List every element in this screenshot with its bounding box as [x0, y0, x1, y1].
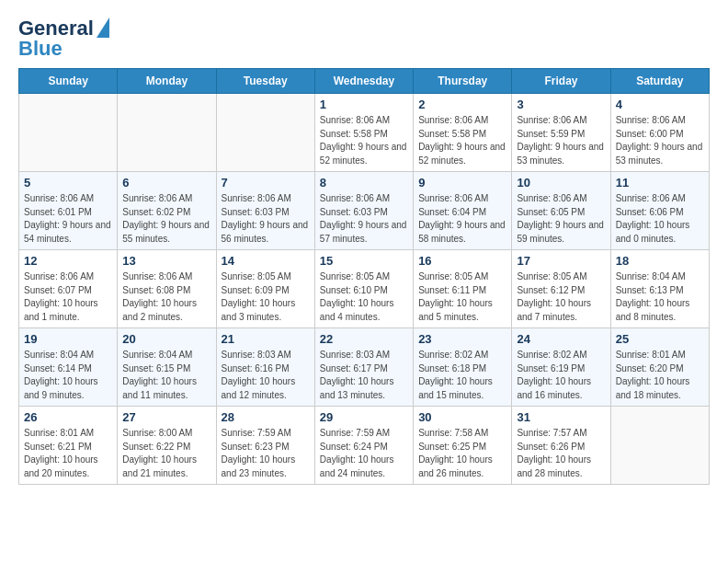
day-info: Sunrise: 8:06 AM Sunset: 5:58 PM Dayligh… — [418, 114, 506, 167]
calendar-cell — [216, 94, 314, 172]
day-info: Sunrise: 8:01 AM Sunset: 6:20 PM Dayligh… — [616, 349, 704, 402]
day-number: 1 — [320, 98, 408, 111]
day-number: 22 — [320, 332, 408, 346]
calendar-cell: 4Sunrise: 8:06 AM Sunset: 6:00 PM Daylig… — [610, 94, 709, 172]
calendar-cell: 21Sunrise: 8:03 AM Sunset: 6:16 PM Dayli… — [216, 328, 314, 407]
calendar-cell: 7Sunrise: 8:06 AM Sunset: 6:03 PM Daylig… — [216, 172, 314, 250]
calendar-cell: 22Sunrise: 8:03 AM Sunset: 6:17 PM Dayli… — [314, 328, 413, 407]
day-header-sunday: Sunday — [19, 69, 118, 94]
day-number: 4 — [616, 98, 704, 111]
calendar-header-row: SundayMondayTuesdayWednesdayThursdayFrid… — [19, 69, 710, 94]
day-info: Sunrise: 8:06 AM Sunset: 5:59 PM Dayligh… — [517, 114, 605, 167]
day-number: 5 — [24, 176, 112, 190]
day-number: 27 — [122, 410, 210, 424]
calendar-cell: 16Sunrise: 8:05 AM Sunset: 6:11 PM Dayli… — [414, 250, 512, 328]
calendar-cell: 25Sunrise: 8:01 AM Sunset: 6:20 PM Dayli… — [610, 328, 709, 407]
calendar-cell: 17Sunrise: 8:05 AM Sunset: 6:12 PM Dayli… — [512, 250, 610, 328]
calendar-cell: 28Sunrise: 7:59 AM Sunset: 6:23 PM Dayli… — [216, 407, 314, 485]
day-number: 6 — [122, 176, 210, 190]
day-info: Sunrise: 8:06 AM Sunset: 6:02 PM Dayligh… — [122, 192, 210, 246]
calendar-cell — [610, 407, 709, 485]
day-number: 25 — [616, 332, 704, 346]
day-number: 19 — [24, 332, 112, 346]
calendar-cell: 10Sunrise: 8:06 AM Sunset: 6:05 PM Dayli… — [512, 172, 610, 250]
calendar-cell: 29Sunrise: 7:59 AM Sunset: 6:24 PM Dayli… — [314, 407, 413, 485]
day-number: 26 — [24, 410, 112, 424]
day-number: 8 — [320, 176, 408, 190]
day-header-saturday: Saturday — [610, 69, 709, 94]
week-row-2: 12Sunrise: 8:06 AM Sunset: 6:07 PM Dayli… — [19, 250, 710, 328]
calendar-cell: 26Sunrise: 8:01 AM Sunset: 6:21 PM Dayli… — [19, 407, 118, 485]
day-header-friday: Friday — [512, 69, 610, 94]
day-header-thursday: Thursday — [414, 69, 512, 94]
day-number: 12 — [24, 254, 112, 268]
day-number: 20 — [122, 332, 210, 346]
day-info: Sunrise: 8:06 AM Sunset: 6:01 PM Dayligh… — [24, 192, 112, 246]
day-header-tuesday: Tuesday — [216, 69, 314, 94]
day-info: Sunrise: 8:06 AM Sunset: 6:08 PM Dayligh… — [122, 270, 210, 324]
calendar-cell: 30Sunrise: 7:58 AM Sunset: 6:25 PM Dayli… — [414, 407, 512, 485]
day-info: Sunrise: 8:06 AM Sunset: 6:05 PM Dayligh… — [517, 192, 605, 246]
day-number: 23 — [418, 332, 506, 346]
day-info: Sunrise: 8:06 AM Sunset: 6:04 PM Dayligh… — [418, 192, 506, 246]
calendar-cell: 12Sunrise: 8:06 AM Sunset: 6:07 PM Dayli… — [19, 250, 118, 328]
day-header-wednesday: Wednesday — [314, 69, 413, 94]
calendar-cell: 8Sunrise: 8:06 AM Sunset: 6:03 PM Daylig… — [314, 172, 413, 250]
day-number: 13 — [122, 254, 210, 268]
day-number: 16 — [418, 254, 506, 268]
day-info: Sunrise: 8:05 AM Sunset: 6:10 PM Dayligh… — [320, 270, 408, 324]
day-info: Sunrise: 8:05 AM Sunset: 6:12 PM Dayligh… — [517, 270, 605, 324]
logo-text: General — [18, 18, 94, 39]
day-info: Sunrise: 8:04 AM Sunset: 6:15 PM Dayligh… — [122, 349, 210, 402]
calendar-cell: 27Sunrise: 8:00 AM Sunset: 6:22 PM Dayli… — [118, 407, 216, 485]
calendar-cell: 11Sunrise: 8:06 AM Sunset: 6:06 PM Dayli… — [610, 172, 709, 250]
week-row-0: 1Sunrise: 8:06 AM Sunset: 5:58 PM Daylig… — [19, 94, 710, 172]
day-info: Sunrise: 8:05 AM Sunset: 6:11 PM Dayligh… — [418, 270, 506, 324]
day-info: Sunrise: 8:03 AM Sunset: 6:16 PM Dayligh… — [222, 349, 310, 402]
calendar-cell — [19, 94, 118, 172]
day-number: 29 — [320, 410, 408, 424]
day-number: 11 — [616, 176, 704, 190]
day-number: 31 — [517, 410, 605, 424]
day-info: Sunrise: 8:06 AM Sunset: 6:03 PM Dayligh… — [320, 192, 408, 246]
day-info: Sunrise: 8:03 AM Sunset: 6:17 PM Dayligh… — [320, 349, 408, 402]
calendar-cell — [118, 94, 216, 172]
day-info: Sunrise: 8:01 AM Sunset: 6:21 PM Dayligh… — [24, 427, 112, 480]
calendar-cell: 20Sunrise: 8:04 AM Sunset: 6:15 PM Dayli… — [118, 328, 216, 407]
calendar-table: SundayMondayTuesdayWednesdayThursdayFrid… — [18, 68, 710, 485]
day-info: Sunrise: 8:06 AM Sunset: 6:03 PM Dayligh… — [222, 192, 310, 246]
calendar-cell: 1Sunrise: 8:06 AM Sunset: 5:58 PM Daylig… — [314, 94, 413, 172]
day-info: Sunrise: 8:04 AM Sunset: 6:13 PM Dayligh… — [616, 270, 704, 324]
calendar-cell: 14Sunrise: 8:05 AM Sunset: 6:09 PM Dayli… — [216, 250, 314, 328]
calendar-cell: 19Sunrise: 8:04 AM Sunset: 6:14 PM Dayli… — [19, 328, 118, 407]
day-info: Sunrise: 7:59 AM Sunset: 6:24 PM Dayligh… — [320, 427, 408, 480]
day-info: Sunrise: 8:02 AM Sunset: 6:18 PM Dayligh… — [418, 349, 506, 402]
calendar-cell: 2Sunrise: 8:06 AM Sunset: 5:58 PM Daylig… — [414, 94, 512, 172]
day-info: Sunrise: 8:06 AM Sunset: 6:06 PM Dayligh… — [616, 192, 704, 246]
day-info: Sunrise: 8:06 AM Sunset: 6:07 PM Dayligh… — [24, 270, 112, 324]
day-info: Sunrise: 8:04 AM Sunset: 6:14 PM Dayligh… — [24, 349, 112, 402]
calendar-cell: 15Sunrise: 8:05 AM Sunset: 6:10 PM Dayli… — [314, 250, 413, 328]
logo-icon — [97, 17, 109, 38]
day-number: 3 — [517, 98, 605, 111]
calendar-cell: 3Sunrise: 8:06 AM Sunset: 5:59 PM Daylig… — [512, 94, 610, 172]
day-number: 30 — [418, 410, 506, 424]
day-number: 15 — [320, 254, 408, 268]
calendar-cell: 18Sunrise: 8:04 AM Sunset: 6:13 PM Dayli… — [610, 250, 709, 328]
day-number: 14 — [222, 254, 310, 268]
day-info: Sunrise: 7:59 AM Sunset: 6:23 PM Dayligh… — [222, 427, 310, 480]
day-number: 2 — [418, 98, 506, 111]
calendar-cell: 5Sunrise: 8:06 AM Sunset: 6:01 PM Daylig… — [19, 172, 118, 250]
day-number: 18 — [616, 254, 704, 268]
day-info: Sunrise: 8:02 AM Sunset: 6:19 PM Dayligh… — [517, 349, 605, 402]
calendar-cell: 24Sunrise: 8:02 AM Sunset: 6:19 PM Dayli… — [512, 328, 610, 407]
calendar-cell: 6Sunrise: 8:06 AM Sunset: 6:02 PM Daylig… — [118, 172, 216, 250]
day-number: 28 — [222, 410, 310, 424]
logo-blue: Blue — [18, 39, 109, 59]
calendar-cell: 31Sunrise: 7:57 AM Sunset: 6:26 PM Dayli… — [512, 407, 610, 485]
page-header: General Blue — [18, 18, 710, 59]
day-number: 10 — [517, 176, 605, 190]
week-row-3: 19Sunrise: 8:04 AM Sunset: 6:14 PM Dayli… — [19, 328, 710, 407]
calendar-cell: 9Sunrise: 8:06 AM Sunset: 6:04 PM Daylig… — [414, 172, 512, 250]
day-info: Sunrise: 8:06 AM Sunset: 5:58 PM Dayligh… — [320, 114, 408, 167]
